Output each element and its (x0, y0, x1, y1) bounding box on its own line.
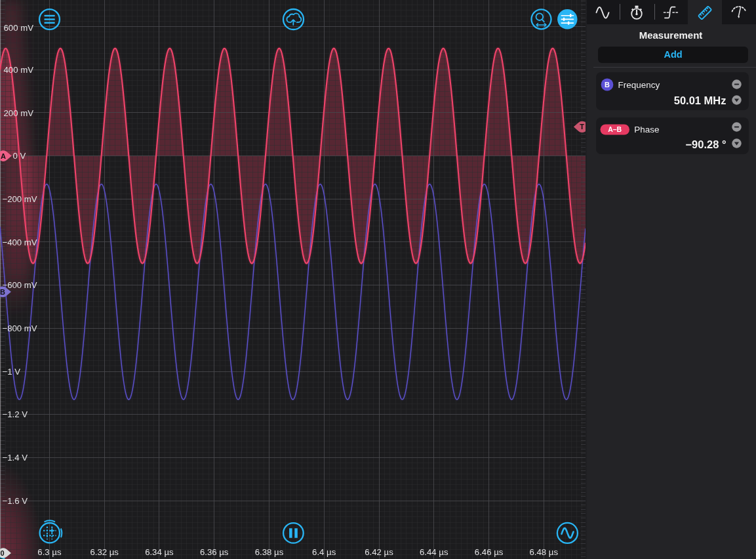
svg-text:6.46 µs: 6.46 µs (475, 547, 504, 557)
svg-text:6.32 µs: 6.32 µs (90, 547, 119, 557)
svg-text:−1.6 V: −1.6 V (3, 496, 28, 506)
svg-text:−200 mV: −200 mV (3, 194, 37, 204)
svg-text:0: 0 (1, 549, 5, 557)
svg-text:−1.2 V: −1.2 V (3, 409, 28, 419)
svg-text:−1 V: −1 V (3, 367, 21, 377)
svg-text:−1.4 V: −1.4 V (3, 453, 28, 463)
svg-text:200 mV: 200 mV (4, 108, 34, 118)
svg-text:6.44 µs: 6.44 µs (420, 547, 448, 557)
svg-text:B: B (605, 81, 610, 89)
svg-text:A–B: A–B (608, 125, 622, 133)
svg-text:6.48 µs: 6.48 µs (530, 547, 559, 557)
svg-text:6.34 µs: 6.34 µs (145, 547, 174, 557)
svg-text:−400 mV: −400 mV (3, 238, 37, 247)
svg-text:A: A (1, 152, 6, 160)
svg-text:6.42 µs: 6.42 µs (365, 547, 393, 557)
svg-text:600 mV: 600 mV (4, 23, 34, 33)
svg-text:6.3 µs: 6.3 µs (37, 547, 62, 557)
svg-text:0 V: 0 V (13, 151, 26, 161)
svg-text:T: T (580, 123, 584, 131)
svg-text:−600 mV: −600 mV (3, 280, 37, 290)
svg-text:6.4 µs: 6.4 µs (312, 547, 336, 557)
svg-text:400 mV: 400 mV (4, 65, 34, 75)
svg-text:−800 mV: −800 mV (3, 323, 37, 333)
svg-text:6.38 µs: 6.38 µs (255, 547, 284, 557)
svg-text:6.36 µs: 6.36 µs (200, 547, 229, 557)
